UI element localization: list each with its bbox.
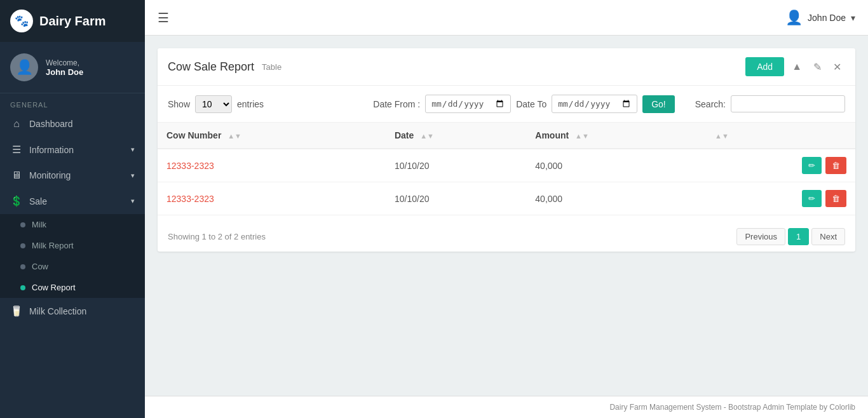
sidebar-item-label: Information <box>29 145 74 155</box>
main-area: ☰ 👤 John Doe ▾ Cow Sale Report Table Add… <box>145 0 868 418</box>
user-info: Welcome, John Doe <box>46 58 83 77</box>
sidebar-item-label: Monitoring <box>29 170 71 180</box>
cell-amount: 40,000 <box>526 182 702 215</box>
sub-item-label: Milk Report <box>32 241 74 250</box>
delete-row-button[interactable]: 🗑 <box>825 190 846 207</box>
delete-row-button[interactable]: 🗑 <box>825 157 846 174</box>
topbar: ☰ 👤 John Doe ▾ <box>145 0 868 36</box>
col-cow-number[interactable]: Cow Number ▲▼ <box>158 123 386 149</box>
hamburger-icon[interactable]: ☰ <box>158 10 169 25</box>
cell-date: 10/10/20 <box>386 149 526 182</box>
col-date[interactable]: Date ▲▼ <box>386 123 526 149</box>
show-entries: Show 10 25 50 100 entries <box>168 95 264 113</box>
edit-button[interactable]: ✎ <box>810 58 825 76</box>
edit-row-button[interactable]: ✏ <box>802 157 822 174</box>
sidebar-user: 👤 Welcome, John Doe <box>0 42 145 93</box>
show-select[interactable]: 10 25 50 100 <box>195 95 232 113</box>
caret-icon: ▾ <box>851 13 855 23</box>
topbar-left: ☰ <box>158 10 169 25</box>
cell-actions: ✏ 🗑 <box>702 182 855 215</box>
dot-icon <box>20 264 25 269</box>
go-button[interactable]: Go! <box>642 95 675 113</box>
sidebar-item-label: Dashboard <box>29 119 73 129</box>
brand-icon: 🐾 <box>10 10 33 32</box>
welcome-text: Welcome, <box>46 58 83 67</box>
pagination-buttons: Previous 1 Next <box>736 228 845 245</box>
milk-collection-icon: 🥛 <box>10 305 23 317</box>
table-row: 12333-2323 10/10/20 40,000 ✏ 🗑 <box>158 149 855 182</box>
col-amount[interactable]: Amount ▲▼ <box>526 123 702 149</box>
sidebar-item-milk-collection[interactable]: 🥛 Milk Collection <box>0 298 145 324</box>
cell-cow-number: 12333-2323 <box>158 182 386 215</box>
add-button[interactable]: Add <box>745 57 784 76</box>
sidebar: 🐾 Dairy Farm 👤 Welcome, John Doe GENERAL… <box>0 0 145 418</box>
monitoring-icon: 🖥 <box>10 170 23 181</box>
next-button[interactable]: Next <box>811 228 845 245</box>
sub-item-label: Cow <box>32 262 48 271</box>
sidebar-brand: 🐾 Dairy Farm <box>0 0 145 42</box>
main-card: Cow Sale Report Table Add ▲ ✎ ✕ Show 10 … <box>158 48 855 252</box>
data-table: Cow Number ▲▼ Date ▲▼ Amount ▲▼ <box>158 123 855 215</box>
user-avatar-icon: 👤 <box>785 10 803 26</box>
avatar: 👤 <box>10 53 38 81</box>
sort-icon: ▲▼ <box>420 132 434 140</box>
previous-button[interactable]: Previous <box>736 228 785 245</box>
sidebar-item-sale[interactable]: 💲 Sale ▾ <box>0 188 145 214</box>
sidebar-item-dashboard[interactable]: ⌂ Dashboard <box>0 111 145 137</box>
date-to-input[interactable] <box>552 95 637 113</box>
footer: Dairy Farm Management System - Bootstrap… <box>145 396 868 418</box>
sort-icon: ▲▼ <box>227 132 241 140</box>
table-row: 12333-2323 10/10/20 40,000 ✏ 🗑 <box>158 182 855 215</box>
collapse-button[interactable]: ▲ <box>788 58 806 75</box>
content-area: Cow Sale Report Table Add ▲ ✎ ✕ Show 10 … <box>145 36 868 396</box>
information-icon: ☰ <box>10 144 23 156</box>
sort-icon: ▲▼ <box>715 132 729 140</box>
topbar-username: John Doe <box>808 13 846 23</box>
sub-item-label: Cow Report <box>32 283 76 292</box>
cow-number-link[interactable]: 12333-2323 <box>166 161 214 171</box>
page-1-button[interactable]: 1 <box>788 228 809 245</box>
search-area: Search: <box>695 95 845 112</box>
general-label: GENERAL <box>0 93 145 111</box>
close-button[interactable]: ✕ <box>829 58 845 76</box>
cell-amount: 40,000 <box>526 149 702 182</box>
sale-icon: 💲 <box>10 195 23 207</box>
topbar-right[interactable]: 👤 John Doe ▾ <box>785 10 855 26</box>
sidebar-item-cow-report[interactable]: Cow Report <box>0 277 145 298</box>
sidebar-item-monitoring[interactable]: 🖥 Monitoring ▾ <box>0 163 145 188</box>
dashboard-icon: ⌂ <box>10 118 23 130</box>
page-title: Cow Sale Report <box>168 60 254 74</box>
cow-number-link[interactable]: 12333-2323 <box>166 194 214 204</box>
sale-submenu: Milk Milk Report Cow Cow Report <box>0 214 145 298</box>
search-label: Search: <box>695 99 726 109</box>
user-name: John Doe <box>46 67 83 77</box>
entries-label: entries <box>237 99 264 109</box>
search-input[interactable] <box>731 95 845 112</box>
sidebar-item-label: Milk Collection <box>29 306 86 316</box>
chevron-down-icon: ▾ <box>131 172 135 180</box>
cell-date: 10/10/20 <box>386 182 526 215</box>
cell-cow-number: 12333-2323 <box>158 149 386 182</box>
table-header-row: Cow Number ▲▼ Date ▲▼ Amount ▲▼ <box>158 123 855 149</box>
table-wrap: Cow Number ▲▼ Date ▲▼ Amount ▲▼ <box>158 123 855 222</box>
brand-label: Dairy Farm <box>39 14 106 29</box>
edit-row-button[interactable]: ✏ <box>802 190 822 207</box>
sidebar-item-information[interactable]: ☰ Information ▾ <box>0 137 145 163</box>
sidebar-item-cow[interactable]: Cow <box>0 256 145 277</box>
sub-item-label: Milk <box>32 220 46 229</box>
sidebar-item-milk[interactable]: Milk <box>0 214 145 235</box>
sort-icon: ▲▼ <box>575 132 589 140</box>
date-from-label: Date From : <box>373 99 420 109</box>
pagination-row: Showing 1 to 2 of 2 entries Previous 1 N… <box>158 222 855 252</box>
footer-text: Dairy Farm Management System - Bootstrap… <box>609 403 855 412</box>
showing-text: Showing 1 to 2 of 2 entries <box>168 232 266 241</box>
dot-icon <box>20 222 25 227</box>
table-body: 12333-2323 10/10/20 40,000 ✏ 🗑 12333-232… <box>158 149 855 215</box>
sidebar-item-milk-report[interactable]: Milk Report <box>0 235 145 256</box>
chevron-down-icon: ▾ <box>131 197 135 205</box>
date-from-input[interactable] <box>425 95 511 113</box>
dot-icon <box>20 243 25 248</box>
card-header: Cow Sale Report Table Add ▲ ✎ ✕ <box>158 48 855 86</box>
cell-actions: ✏ 🗑 <box>702 149 855 182</box>
card-actions: Add ▲ ✎ ✕ <box>745 57 845 76</box>
